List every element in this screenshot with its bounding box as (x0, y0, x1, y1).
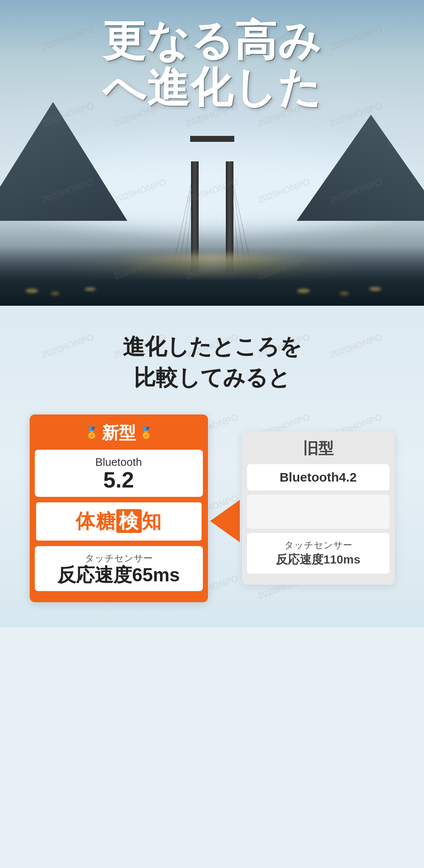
bridge-crossbar (190, 136, 234, 142)
laurel-right-icon: 🏅 (139, 426, 153, 440)
comparison-arrow-container (208, 474, 242, 542)
old-touch-item: タッチセンサー 反応速度110ms (247, 533, 390, 574)
comparison-title-line1: 進化したところを (17, 331, 407, 362)
mountain-left (0, 102, 191, 221)
sugar-part2: 検 (116, 509, 142, 533)
sugar-part1: 体糖 (76, 510, 116, 532)
old-model-card: 旧型 Bluetooth4.2 タッチセンサー 反応速度110ms (242, 431, 395, 585)
old-bluetooth-text: Bluetooth4.2 (256, 470, 381, 485)
old-empty-item (247, 495, 390, 529)
old-touch-speed: 反応速度110ms (276, 553, 360, 566)
new-card-header: 🏅 新型 🏅 (30, 414, 208, 450)
comparison-arrow (210, 500, 240, 542)
old-model-label: 旧型 (303, 438, 334, 459)
old-bluetooth-item: Bluetooth4.2 (247, 464, 390, 490)
new-sugar-item: 体糖検知 (35, 501, 203, 542)
new-bluetooth-item: Bluetooth 5.2 (35, 450, 203, 497)
hero-title-line1: 更なる高み (0, 17, 424, 64)
new-bluetooth-label: Bluetooth (43, 456, 194, 469)
mountain-right (233, 115, 424, 221)
cards-container: 🏅 新型 🏅 Bluetooth 5.2 体糖検知 タッチセンサー 反応速度65… (17, 414, 407, 602)
hero-section: 2020HONPO2020HONPO2020HONPO 2020HONPO202… (0, 0, 424, 306)
new-model-card: 🏅 新型 🏅 Bluetooth 5.2 体糖検知 タッチセンサー 反応速度65… (30, 414, 208, 602)
new-bluetooth-version: 5.2 (103, 468, 134, 492)
new-touch-item: タッチセンサー 反応速度65ms (35, 546, 203, 591)
laurel-left-icon: 🏅 (85, 426, 98, 440)
new-touch-speed: 反応速度65ms (57, 564, 180, 585)
sugar-part3: 知 (142, 510, 162, 532)
new-model-label: 新型 (102, 421, 136, 445)
hero-title-line2: へ進化した (0, 64, 424, 110)
new-sugar-text: 体糖検知 (76, 509, 162, 533)
hero-title: 更なる高み へ進化した (0, 17, 424, 110)
comparison-title: 進化したところを 比較してみると (17, 331, 407, 393)
old-card-header: 旧型 (242, 431, 395, 464)
city-lights (0, 268, 424, 302)
comparison-section: 2020HONPO2020HONPO2020HONPO 2020HONPO202… (0, 306, 424, 628)
comparison-title-line2: 比較してみると (17, 362, 407, 393)
old-touch-label: タッチセンサー (256, 539, 381, 552)
new-touch-label: タッチセンサー (43, 552, 194, 565)
